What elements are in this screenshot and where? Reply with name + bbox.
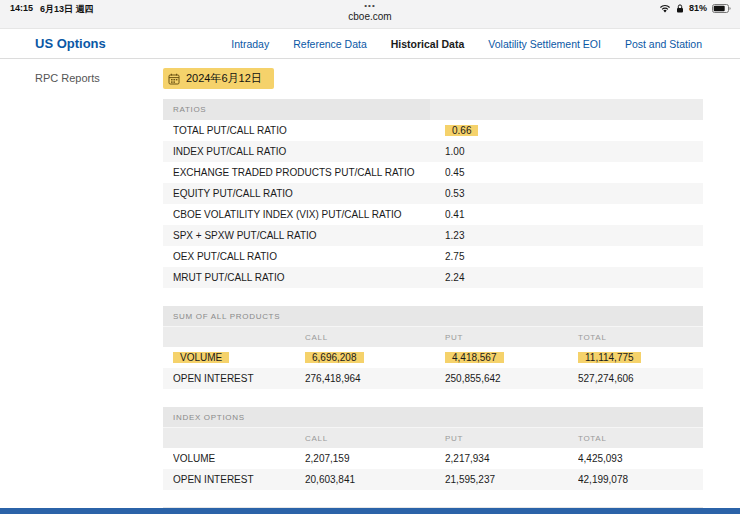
ratio-row-index-put-call-ratio: INDEX PUT/CALL RATIO1.00	[163, 141, 703, 162]
nav-item-intraday[interactable]: Intraday	[231, 38, 269, 50]
row-value-text: 276,418,964	[305, 373, 361, 384]
row-value: 21,595,237	[445, 474, 578, 485]
ratios-table-body: TOTAL PUT/CALL RATIO0.66INDEX PUT/CALL R…	[163, 120, 703, 288]
row-value-text: 250,855,642	[445, 373, 501, 384]
table-title-index-options: INDEX OPTIONS	[163, 407, 703, 427]
ratio-value: 0.53	[445, 188, 703, 199]
ratio-value-text: 0.41	[445, 209, 464, 220]
bottom-blue-bar	[0, 508, 740, 514]
ratios-table: RATIOS TOTAL PUT/CALL RATIO0.66INDEX PUT…	[163, 99, 703, 288]
screen: 14:15 6月13日 週四 ••• cboe.com 81%	[0, 0, 740, 514]
product-tables: SUM OF ALL PRODUCTSCALLPUTTOTALVOLUME6,6…	[163, 306, 703, 514]
wifi-icon	[659, 4, 671, 13]
ratio-row-cboe-volatility-index-vix-put-call-ratio: CBOE VOLATILITY INDEX (VIX) PUT/CALL RAT…	[163, 204, 703, 225]
row-value: 276,418,964	[305, 373, 445, 384]
ratios-table-title: RATIOS	[173, 105, 206, 114]
row-label-text: OPEN INTEREST	[173, 474, 254, 485]
date-value: 2024年6月12日	[186, 71, 262, 86]
ratio-label: SPX + SPXW PUT/CALL RATIO	[173, 230, 445, 241]
row-label-text: VOLUME	[173, 453, 215, 464]
status-center: ••• cboe.com	[0, 0, 740, 22]
row-value: 2,217,934	[445, 453, 578, 464]
column-header-row: CALLPUTTOTAL	[163, 326, 703, 347]
row-value-text: 11,114,775	[578, 352, 641, 363]
ratio-label: TOTAL PUT/CALL RATIO	[173, 125, 445, 136]
row-value-text: 2,207,159	[305, 453, 350, 464]
row-value: 6,696,208	[305, 352, 445, 363]
column-header-row: CALLPUTTOTAL	[163, 427, 703, 448]
column-header-call: CALL	[305, 428, 445, 448]
column-header-empty	[173, 327, 305, 347]
row-value-text: 4,425,093	[578, 453, 623, 464]
column-header-total: TOTAL	[578, 428, 703, 448]
ratio-value: 2.24	[445, 272, 703, 283]
column-header-put: PUT	[445, 428, 578, 448]
row-value-text: 20,603,841	[305, 474, 355, 485]
window-controls-dots-icon[interactable]: •••	[0, 2, 740, 10]
row-value: 11,114,775	[578, 352, 703, 363]
ratios-header-value-cell	[430, 99, 703, 120]
row-label-text: VOLUME	[173, 352, 229, 363]
battery-icon	[712, 4, 731, 13]
row-value: 527,274,606	[578, 373, 703, 384]
ratio-row-spx-spxw-put-call-ratio: SPX + SPXW PUT/CALL RATIO1.23	[163, 225, 703, 246]
ratio-value-text: 2.75	[445, 251, 464, 262]
ratio-row-equity-put-call-ratio: EQUITY PUT/CALL RATIO0.53	[163, 183, 703, 204]
brand-us-options[interactable]: US Options	[35, 36, 106, 51]
ratios-table-header: RATIOS	[163, 99, 703, 120]
ratio-value: 2.75	[445, 251, 703, 262]
row-label: OPEN INTEREST	[173, 373, 305, 384]
row-value: 4,418,567	[445, 352, 578, 363]
nav-item-historical-data[interactable]: Historical Data	[391, 38, 465, 50]
column-header-call: CALL	[305, 327, 445, 347]
ratio-row-exchange-traded-products-put-call-ratio: EXCHANGE TRADED PRODUCTS PUT/CALL RATIO0…	[163, 162, 703, 183]
ratio-value-text: 1.23	[445, 230, 464, 241]
ratio-value: 1.00	[445, 146, 703, 157]
row-value-text: 4,418,567	[445, 352, 504, 363]
row-label-text: OPEN INTEREST	[173, 373, 254, 384]
row-value: 250,855,642	[445, 373, 578, 384]
table-title-sum-of-all-products: SUM OF ALL PRODUCTS	[163, 306, 703, 326]
nav-item-reference-data[interactable]: Reference Data	[293, 38, 367, 50]
ratio-value-text: 1.00	[445, 146, 464, 157]
status-bar: 14:15 6月13日 週四 ••• cboe.com 81%	[0, 0, 740, 29]
lock-icon	[676, 4, 684, 13]
row-label: VOLUME	[173, 352, 305, 363]
column-header-empty	[173, 428, 305, 448]
ratio-label: INDEX PUT/CALL RATIO	[173, 146, 445, 157]
sidebar-item-rpc-reports[interactable]: RPC Reports	[35, 72, 100, 84]
ratio-row-mrut-put-call-ratio: MRUT PUT/CALL RATIO2.24	[163, 267, 703, 288]
column-header-put: PUT	[445, 327, 578, 347]
ratio-value-text: 2.24	[445, 272, 464, 283]
row-value-text: 527,274,606	[578, 373, 634, 384]
ratio-value: 0.66	[445, 125, 703, 136]
address-url[interactable]: cboe.com	[0, 11, 740, 22]
row-label: VOLUME	[173, 453, 305, 464]
battery-percent: 81%	[689, 3, 707, 13]
data-row-open-interest: OPEN INTEREST276,418,964250,855,642527,2…	[163, 368, 703, 389]
site-navbar: US Options IntradayReference DataHistori…	[0, 29, 740, 59]
row-value-text: 21,595,237	[445, 474, 495, 485]
row-value-text: 6,696,208	[305, 352, 364, 363]
ratio-label: EQUITY PUT/CALL RATIO	[173, 188, 445, 199]
data-row-volume: VOLUME2,207,1592,217,9344,425,093	[163, 448, 703, 469]
row-value: 2,207,159	[305, 453, 445, 464]
ratio-value-text: 0.53	[445, 188, 464, 199]
column-header-total: TOTAL	[578, 327, 703, 347]
ratio-label: CBOE VOLATILITY INDEX (VIX) PUT/CALL RAT…	[173, 209, 445, 220]
row-label: OPEN INTEREST	[173, 474, 305, 485]
nav-items: IntradayReference DataHistorical DataVol…	[231, 38, 702, 50]
table-sum-of-all-products: SUM OF ALL PRODUCTSCALLPUTTOTALVOLUME6,6…	[163, 306, 703, 389]
ratio-value: 0.45	[445, 167, 703, 178]
row-value: 42,199,078	[578, 474, 703, 485]
ratio-value: 0.41	[445, 209, 703, 220]
date-picker[interactable]: 2024年6月12日	[163, 68, 274, 89]
nav-item-post-and-station[interactable]: Post and Station	[625, 38, 702, 50]
ratio-row-total-put-call-ratio: TOTAL PUT/CALL RATIO0.66	[163, 120, 703, 141]
nav-item-volatility-settlement-eoi[interactable]: Volatility Settlement EOI	[488, 38, 601, 50]
table-index-options: INDEX OPTIONSCALLPUTTOTALVOLUME2,207,159…	[163, 407, 703, 490]
ratio-value-text: 0.66	[445, 125, 478, 136]
row-value: 4,425,093	[578, 453, 703, 464]
row-value: 20,603,841	[305, 474, 445, 485]
status-right: 81%	[659, 3, 731, 13]
